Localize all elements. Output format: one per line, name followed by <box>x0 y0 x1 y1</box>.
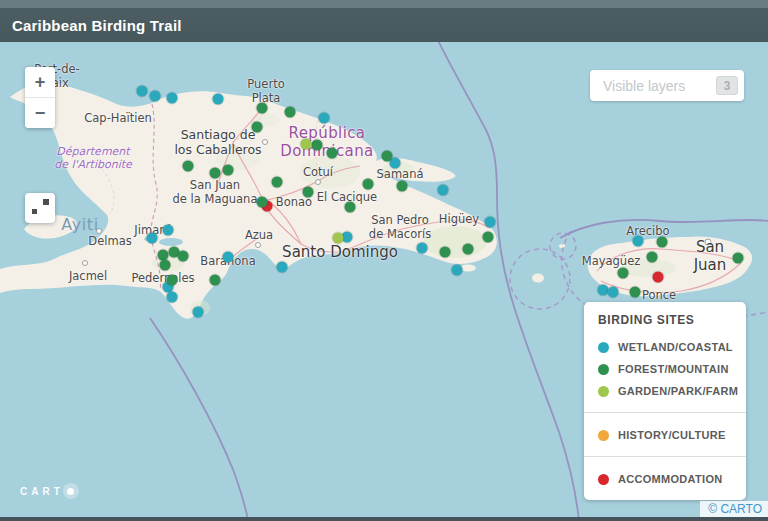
marker-wetland[interactable] <box>150 91 161 102</box>
marker-garden[interactable] <box>333 233 344 244</box>
visible-layers-label: Visible layers <box>603 78 716 94</box>
marker-forest[interactable] <box>183 161 194 172</box>
marker-forest[interactable] <box>483 232 494 243</box>
marker-forest[interactable] <box>272 177 283 188</box>
marker-wetland[interactable] <box>137 86 148 97</box>
marker-wetland[interactable] <box>147 233 158 244</box>
marker-forest[interactable] <box>257 103 268 114</box>
legend-group: ACCOMMODATION <box>584 456 746 500</box>
wetland-dot-icon <box>598 342 609 353</box>
marker-wetland[interactable] <box>167 292 178 303</box>
accommodation-dot-icon <box>598 474 609 485</box>
zoom-in-button[interactable]: + <box>25 67 55 98</box>
legend-item-wetland: WETLAND/COASTAL <box>598 336 732 358</box>
marker-forest[interactable] <box>397 181 408 192</box>
marker-forest[interactable] <box>363 179 374 190</box>
marker-forest[interactable] <box>252 122 263 133</box>
marker-forest[interactable] <box>382 151 393 162</box>
square-icon <box>43 199 49 205</box>
layer-toggle-button[interactable] <box>25 193 55 223</box>
marker-forest[interactable] <box>303 187 314 198</box>
marker-forest[interactable] <box>178 251 189 262</box>
marker-wetland[interactable] <box>417 243 428 254</box>
marker-forest[interactable] <box>618 268 629 279</box>
marker-wetland[interactable] <box>452 265 463 276</box>
marker-wetland[interactable] <box>213 94 224 105</box>
legend-item-forest: FOREST/MOUNTAIN <box>598 358 732 380</box>
square-icon <box>32 209 37 214</box>
marker-forest[interactable] <box>463 244 474 255</box>
visible-layers-count-badge: 3 <box>716 76 738 95</box>
carto-attribution-link[interactable]: © CARTO <box>700 501 768 517</box>
legend-item-label: GARDEN/PARK/FARM <box>618 385 738 397</box>
marker-forest[interactable] <box>167 275 178 286</box>
marker-forest[interactable] <box>312 140 323 151</box>
marker-wetland[interactable] <box>438 185 449 196</box>
legend-item-label: HISTORY/CULTURE <box>618 429 726 441</box>
carto-logo[interactable]: CART <box>20 483 79 499</box>
carto-logo-text: CART <box>20 486 64 497</box>
marker-forest[interactable] <box>327 148 338 159</box>
legend-panel: BIRDING SITESWETLAND/COASTALFOREST/MOUNT… <box>584 302 746 500</box>
marker-forest[interactable] <box>223 165 234 176</box>
legend-title: BIRDING SITES <box>598 313 732 327</box>
legend-item-label: ACCOMMODATION <box>618 473 723 485</box>
marker-accommodation[interactable] <box>653 272 664 283</box>
zoom-out-button[interactable]: − <box>25 98 55 128</box>
zoom-control: + − <box>25 67 55 128</box>
marker-wetland[interactable] <box>633 236 644 247</box>
marker-wetland[interactable] <box>608 287 619 298</box>
marker-forest[interactable] <box>440 247 451 258</box>
legend-item-label: FOREST/MOUNTAIN <box>618 363 729 375</box>
visible-layers-control[interactable]: Visible layers 3 <box>590 70 744 101</box>
history-dot-icon <box>598 430 609 441</box>
legend-group: HISTORY/CULTURE <box>584 412 746 456</box>
marker-wetland[interactable] <box>163 225 174 236</box>
forest-dot-icon <box>598 364 609 375</box>
page-title: Caribbean Birding Trail <box>12 17 182 34</box>
legend-group: BIRDING SITESWETLAND/COASTALFOREST/MOUNT… <box>584 302 746 412</box>
marker-wetland[interactable] <box>167 93 178 104</box>
carto-logo-o-icon <box>63 483 79 499</box>
bottom-strip <box>0 517 768 521</box>
marker-wetland[interactable] <box>485 217 496 228</box>
marker-forest[interactable] <box>647 252 658 263</box>
marker-forest[interactable] <box>345 202 356 213</box>
marker-forest[interactable] <box>160 260 171 271</box>
legend-item-history: HISTORY/CULTURE <box>598 424 732 446</box>
marker-wetland[interactable] <box>277 262 288 273</box>
legend-item-label: WETLAND/COASTAL <box>618 341 733 353</box>
marker-forest[interactable] <box>285 107 296 118</box>
legend-item-accommodation: ACCOMMODATION <box>598 468 732 490</box>
marker-forest[interactable] <box>210 275 221 286</box>
legend-item-garden: GARDEN/PARK/FARM <box>598 380 732 402</box>
marker-wetland[interactable] <box>223 252 234 263</box>
marker-wetland[interactable] <box>193 307 204 318</box>
header-bar: Caribbean Birding Trail <box>0 0 768 42</box>
garden-dot-icon <box>598 386 609 397</box>
marker-garden[interactable] <box>301 139 312 150</box>
marker-wetland[interactable] <box>319 113 330 124</box>
marker-forest[interactable] <box>630 287 641 298</box>
marker-forest[interactable] <box>257 197 268 208</box>
marker-forest[interactable] <box>733 253 744 264</box>
marker-forest[interactable] <box>657 237 668 248</box>
map-app: Port-de- PaixCap-HaïtienDépartement de l… <box>0 0 768 521</box>
marker-forest[interactable] <box>210 168 221 179</box>
